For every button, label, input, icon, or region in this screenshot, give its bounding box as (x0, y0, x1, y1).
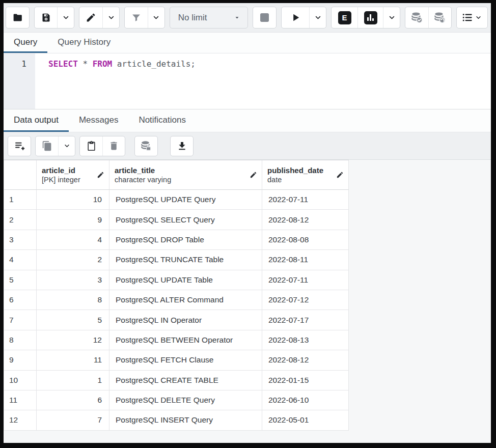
column-header-text: article_id [PK] integer (42, 165, 80, 185)
row-number-cell[interactable]: 9 (4, 350, 37, 370)
cell-article-id[interactable]: 10 (37, 190, 109, 210)
row-number-cell[interactable]: 10 (4, 371, 37, 390)
cell-article-id[interactable]: 7 (37, 410, 109, 430)
filter-dropdown-button[interactable] (148, 7, 164, 28)
cell-published-date[interactable]: 2022-08-12 (262, 350, 349, 370)
delete-row-button[interactable] (102, 136, 125, 156)
save-dropdown-button[interactable] (57, 7, 74, 28)
rollback-button[interactable] (428, 7, 451, 28)
cell-article-title[interactable]: PostgreSQL SELECT Query (109, 210, 262, 230)
tab-data-output[interactable]: Data output (4, 109, 69, 132)
row-number-cell[interactable]: 3 (4, 230, 37, 250)
cell-published-date[interactable]: 2022-07-17 (262, 310, 349, 330)
row-limit-select[interactable]: No limit (170, 7, 248, 29)
tab-notifications[interactable]: Notifications (128, 109, 196, 132)
row-number-cell[interactable]: 1 (4, 190, 37, 210)
cell-article-title[interactable]: PostgreSQL DROP Table (109, 230, 262, 250)
cell-published-date[interactable]: 2022-07-12 (262, 290, 349, 310)
row-number-cell[interactable]: 2 (4, 210, 37, 230)
cell-article-title[interactable]: PostgreSQL UPDATE Query (109, 190, 262, 210)
cell-article-id[interactable]: 1 (37, 371, 109, 390)
edit-button[interactable] (79, 7, 102, 28)
explain-analyze-button[interactable] (357, 7, 383, 28)
cell-article-id[interactable]: 5 (37, 310, 109, 330)
cell-article-title[interactable]: PostgreSQL UPDATE Table (109, 270, 262, 290)
save-data-icon (140, 140, 152, 152)
explain-button[interactable]: E (332, 7, 357, 28)
paste-button[interactable] (80, 136, 102, 156)
corner-header-cell[interactable] (4, 160, 37, 190)
cell-article-id[interactable]: 4 (37, 230, 109, 250)
cell-article-title[interactable]: PostgreSQL DELETE Query (109, 390, 262, 410)
save-file-button[interactable] (35, 7, 58, 28)
cell-article-id[interactable]: 8 (37, 290, 109, 310)
explain-dropdown-button[interactable] (383, 7, 400, 28)
row-number-cell[interactable]: 7 (4, 310, 37, 330)
cell-published-date[interactable]: 2022-08-12 (262, 210, 349, 230)
line-number-gutter: 1 (4, 53, 35, 109)
explain-analyze-icon (364, 11, 377, 24)
cell-article-id[interactable]: 6 (37, 390, 109, 410)
stop-query-button[interactable] (253, 7, 276, 28)
tab-messages[interactable]: Messages (69, 109, 128, 132)
cell-published-date[interactable]: 2022-07-11 (262, 270, 349, 290)
edit-column-icon[interactable] (336, 171, 344, 179)
copy-dropdown-button[interactable] (58, 136, 75, 156)
cell-published-date[interactable]: 2022-08-11 (262, 250, 349, 270)
cell-article-id[interactable]: 3 (37, 270, 109, 290)
cell-article-title[interactable]: PostgreSQL ALTER Command (109, 290, 262, 310)
execute-button[interactable] (282, 7, 309, 28)
cell-published-date[interactable]: 2022-08-13 (262, 330, 349, 350)
cell-article-id[interactable]: 12 (37, 330, 109, 350)
row-number-cell[interactable]: 8 (4, 330, 37, 350)
add-row-button[interactable] (8, 136, 31, 156)
tab-query[interactable]: Query (4, 33, 47, 53)
column-name: article_title (115, 165, 171, 175)
cell-article-id[interactable]: 2 (37, 250, 109, 270)
cell-published-date[interactable]: 2022-05-01 (262, 410, 349, 430)
explain-group: E (331, 7, 400, 29)
row-number-cell[interactable]: 11 (4, 390, 37, 410)
cell-published-date[interactable]: 2022-08-08 (262, 230, 349, 250)
cell-published-date[interactable]: 2022-01-15 (262, 371, 349, 390)
query-toolbar: No limit E (4, 3, 491, 33)
open-file-button[interactable] (6, 7, 29, 28)
row-number-cell[interactable]: 4 (4, 250, 37, 270)
column-type: character varying (115, 175, 171, 185)
commit-button[interactable] (405, 7, 428, 28)
cell-article-title[interactable]: PostgreSQL FETCH Clause (109, 350, 262, 370)
save-data-button[interactable] (135, 136, 157, 156)
download-results-button[interactable] (171, 136, 193, 156)
cell-article-title[interactable]: PostgreSQL BETWEEN Operator (109, 330, 262, 350)
row-number-cell[interactable]: 5 (4, 270, 37, 290)
cell-published-date[interactable]: 2022-07-11 (262, 190, 349, 210)
cell-article-title[interactable]: PostgreSQL TRUNCATE Table (109, 250, 262, 270)
cell-article-id[interactable]: 9 (37, 210, 109, 230)
cell-article-id[interactable]: 11 (37, 350, 109, 370)
tab-query-history[interactable]: Query History (47, 33, 121, 53)
cell-article-title[interactable]: PostgreSQL IN Operator (109, 310, 262, 330)
edit-dropdown-button[interactable] (102, 7, 119, 28)
macros-button[interactable] (457, 7, 487, 28)
column-header-article-title[interactable]: article_title character varying (109, 160, 262, 190)
execute-dropdown-button[interactable] (309, 7, 326, 28)
chevron-down-icon (107, 13, 116, 22)
row-number-cell[interactable]: 12 (4, 410, 37, 430)
cell-article-title[interactable]: PostgreSQL INSERT Query (109, 410, 262, 430)
cell-article-title[interactable]: PostgreSQL CREATE TABLE (109, 371, 262, 390)
cell-published-date[interactable]: 2022-06-10 (262, 390, 349, 410)
column-name: article_id (42, 165, 80, 175)
explain-icon: E (338, 11, 351, 24)
edit-column-icon[interactable] (250, 171, 257, 179)
sql-editor[interactable]: 1 SELECT * FROM article_details; (4, 53, 491, 109)
edit-group (79, 7, 120, 29)
filter-button[interactable] (125, 7, 148, 28)
column-header-article-id[interactable]: article_id [PK] integer (37, 160, 109, 190)
column-header-published-date[interactable]: published_date date (262, 160, 349, 190)
chevron-down-icon (63, 142, 71, 150)
copy-button[interactable] (36, 136, 58, 156)
edit-column-icon[interactable] (97, 171, 104, 179)
row-number-cell[interactable]: 6 (4, 290, 37, 310)
sql-code-line[interactable]: SELECT * FROM article_details; (35, 53, 196, 109)
add-row-icon (14, 141, 25, 151)
